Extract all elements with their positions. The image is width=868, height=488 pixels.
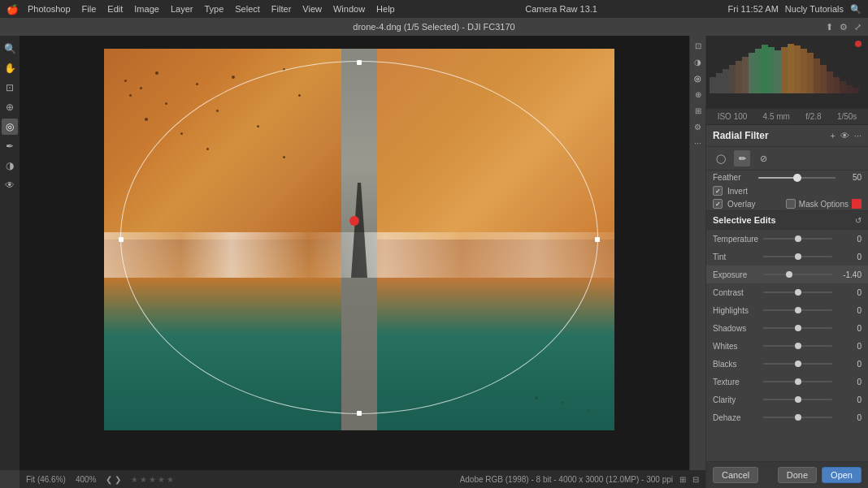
overlay-checkbox[interactable]: [713, 199, 723, 209]
whites-slider[interactable]: [763, 339, 832, 353]
contrast-label: Contrast: [713, 288, 760, 297]
highlights-slider[interactable]: [763, 303, 832, 317]
tint-thumb[interactable]: [795, 253, 801, 260]
heal-icon[interactable]: ⊕: [692, 88, 705, 101]
crop-tool[interactable]: ⊡: [2, 80, 18, 96]
radial-filter-tool[interactable]: ◎: [2, 119, 18, 135]
clarity-row: Clarity 0: [706, 391, 868, 408]
gradient-tool[interactable]: ◑: [2, 158, 18, 174]
prev-icon[interactable]: ❮: [106, 475, 112, 484]
menu-filter[interactable]: Filter: [271, 4, 291, 14]
menu-right: Fri 11:52 AM Nucly Tutorials 🔍: [728, 4, 862, 15]
fullscreen-icon[interactable]: ⤢: [854, 22, 861, 32]
more-icon[interactable]: ···: [692, 136, 705, 149]
settings-icon[interactable]: ⚙: [840, 22, 848, 32]
people-dot: [283, 156, 285, 158]
contrast-thumb[interactable]: [795, 289, 801, 296]
image-canvas[interactable]: [104, 49, 614, 430]
menu-photoshop[interactable]: Photoshop: [28, 4, 71, 14]
filter-menu-icon[interactable]: ···: [854, 131, 861, 140]
invert-checkbox[interactable]: [713, 186, 723, 196]
blacks-slider[interactable]: [763, 356, 832, 371]
star-rating: ★ ★ ★ ★ ★: [131, 475, 174, 484]
mask-options-checkbox[interactable]: [786, 199, 796, 209]
search-icon[interactable]: 🔍: [850, 4, 861, 15]
feather-value: 50: [839, 173, 861, 182]
status-right: Adobe RGB (1998) - 8 bit - 4000 x 3000 (…: [460, 475, 699, 484]
menu-help[interactable]: Help: [376, 4, 395, 14]
star-3[interactable]: ★: [149, 475, 156, 484]
invert-row: Invert: [706, 184, 868, 197]
visibility-icon[interactable]: 👁: [840, 131, 849, 140]
highlights-thumb[interactable]: [795, 307, 801, 313]
open-button[interactable]: Open: [822, 467, 861, 483]
menu-layer[interactable]: Layer: [171, 4, 193, 14]
handle-top[interactable]: [357, 60, 362, 65]
calibrate-icon[interactable]: ⚙: [692, 120, 705, 133]
mask-color-swatch[interactable]: [852, 199, 861, 209]
menu-select[interactable]: Select: [235, 4, 260, 14]
heal-tool[interactable]: ⊕: [2, 99, 18, 115]
next-icon[interactable]: ❯: [115, 475, 121, 484]
dehaze-value: 0: [835, 413, 861, 422]
feather-label: Feather: [713, 173, 755, 182]
mask-icon[interactable]: ◎: [692, 71, 705, 84]
menu-file[interactable]: File: [82, 4, 97, 14]
svg-rect-21: [846, 85, 853, 93]
temperature-thumb[interactable]: [795, 235, 801, 242]
clarity-slider[interactable]: [763, 392, 832, 407]
menu-window[interactable]: Window: [333, 4, 365, 14]
hand-tool[interactable]: ✋: [2, 60, 18, 76]
vignette-icon[interactable]: ⊞: [692, 104, 705, 117]
svg-rect-16: [814, 58, 820, 93]
feather-slider[interactable]: [758, 177, 835, 179]
menu-view[interactable]: View: [302, 4, 322, 14]
texture-slider[interactable]: [763, 374, 832, 389]
reset-selective-icon[interactable]: ↺: [855, 216, 861, 225]
shadows-thumb[interactable]: [795, 325, 801, 331]
dehaze-slider[interactable]: [763, 410, 832, 425]
texture-thumb[interactable]: [795, 378, 801, 385]
star-2[interactable]: ★: [140, 475, 147, 484]
blacks-thumb[interactable]: [795, 361, 801, 367]
clarity-thumb[interactable]: [795, 396, 801, 403]
new-filter-btn[interactable]: ◯: [713, 150, 729, 166]
menu-image[interactable]: Image: [134, 4, 159, 14]
done-button[interactable]: Done: [778, 467, 817, 483]
star-4[interactable]: ★: [158, 475, 165, 484]
whites-thumb[interactable]: [795, 343, 801, 349]
handle-left[interactable]: [119, 237, 124, 242]
add-filter-icon[interactable]: +: [830, 131, 835, 140]
shadows-slider[interactable]: [763, 321, 832, 335]
adjust-icon[interactable]: ◑: [692, 55, 705, 68]
star-5[interactable]: ★: [167, 475, 174, 484]
contrast-slider[interactable]: [763, 285, 832, 300]
share-icon[interactable]: ⬆: [826, 22, 833, 32]
radial-filter-subtoolbar: ◯ ✏ ⊘: [706, 147, 868, 171]
menu-edit[interactable]: Edit: [107, 4, 123, 14]
star-1[interactable]: ★: [131, 475, 138, 484]
tint-slider[interactable]: [763, 249, 832, 264]
filmstrip-icon[interactable]: ⊞: [679, 475, 686, 484]
exposure-slider[interactable]: [763, 267, 832, 282]
exposure-thumb[interactable]: [786, 271, 792, 278]
brush-edit-btn[interactable]: ✏: [734, 150, 750, 166]
eye-tool[interactable]: 👁: [2, 177, 18, 193]
tint-row: Tint 0: [706, 248, 868, 266]
temperature-slider[interactable]: [763, 231, 832, 246]
handle-right[interactable]: [595, 237, 600, 242]
filter-title: Radial Filter: [713, 130, 830, 141]
handle-bottom[interactable]: [357, 411, 362, 416]
dehaze-thumb[interactable]: [795, 414, 801, 421]
grid-icon[interactable]: ⊟: [692, 475, 699, 484]
svg-rect-6: [749, 53, 755, 93]
brush-tool[interactable]: ✒: [2, 138, 18, 154]
erase-btn[interactable]: ⊘: [755, 150, 771, 166]
crop-icon[interactable]: ⊡: [692, 39, 705, 52]
cancel-button[interactable]: Cancel: [713, 467, 758, 483]
apple-icon[interactable]: 🍎: [7, 4, 16, 14]
profile-name: Nucly Tutorials: [785, 4, 844, 14]
zoom-tool[interactable]: 🔍: [2, 41, 18, 57]
svg-rect-13: [794, 45, 801, 93]
menu-type[interactable]: Type: [204, 4, 224, 14]
